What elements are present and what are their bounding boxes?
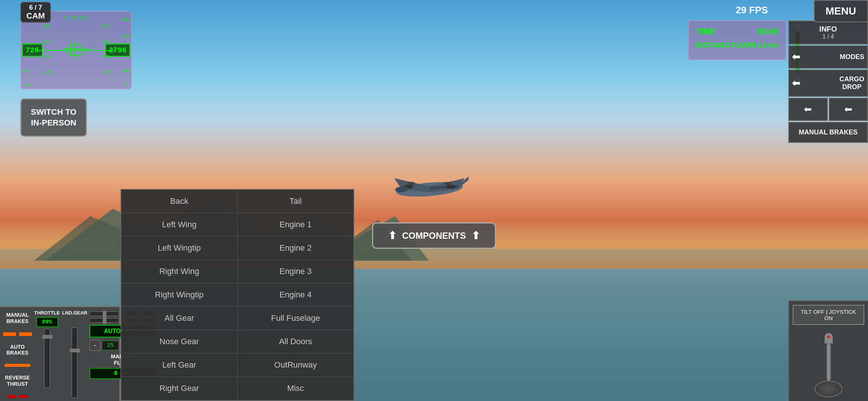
distance-row: DISTANCE FLOWN 1.2 km [696,42,778,49]
throttle-slider-track[interactable] [44,329,50,388]
hud-alt-1000: 1000 [121,69,130,74]
comp-row-7: Left Gear OutRunway [121,353,354,377]
comp-misc[interactable]: Misc [238,377,354,400]
components-label: COMPONENTS [402,231,466,241]
comp-all-doors[interactable]: All Doors [238,330,354,353]
auto-brakes-label: AUTO BRAKES [3,342,32,358]
distance-label: DISTANCE FLOWN [696,42,756,49]
h-slider-1[interactable] [89,312,119,316]
time-row: TIME 00:05 [696,27,778,36]
comp-full-fuselage[interactable]: Full Fuselage [238,307,354,330]
svg-rect-8 [446,185,456,189]
comp-row-0: Back Tail [121,190,354,213]
arrow-buttons-row: ⬅ ⬅ [788,98,868,121]
hud-heading-deg: 4 [65,83,67,87]
lnd-gear-slider-thumb [70,349,80,352]
cam-indicator[interactable]: 6 / 7 CAM [20,2,51,23]
manual-brakes-button[interactable]: MANUAL BRAKES [788,122,868,143]
comp-nose-gear[interactable]: Nose Gear [121,330,238,353]
comp-outrunway[interactable]: OutRunway [238,353,354,376]
hud-alt-2700: 2700 [121,35,130,39]
components-arrow-right-icon: ⬆ [471,229,480,242]
time-label: TIME [696,27,716,36]
hud-arrow-up: ↑ [75,70,78,77]
comp-engine4[interactable]: Engine 4 [238,283,354,306]
cargo-drop-button[interactable]: ⬅ CARGODROP [788,69,868,97]
comp-left-wing[interactable]: Left Wing [121,213,238,236]
components-button[interactable]: ⬆ COMPONENTS ⬆ [372,222,496,249]
arrow-right-button[interactable]: ⬅ [829,98,868,121]
hud-crosshair-v [75,41,76,59]
comp-left-wingtip[interactable]: Left Wingtip [121,237,238,260]
info-label: INFO [819,25,837,33]
orange-bar-left [3,332,16,336]
components-arrow-left-icon: ⬆ [388,229,397,242]
flap-num-display: 25 [102,341,119,350]
lnd-gear-slider-track[interactable] [72,327,78,398]
h-slider-1-thumb [103,311,106,317]
manual-brakes-label: MANUAL BRAKES [3,310,32,326]
cargo-drop-arrow-icon: ⬅ [792,78,800,89]
control-labels: MANUAL BRAKES AUTO BRAKES REVERSE THRUST [3,310,32,398]
comp-engine3[interactable]: Engine 3 [238,260,354,283]
minus-btn-left[interactable]: - [89,340,101,351]
info-panel: TIME 00:05 DISTANCE FLOWN 1.2 km [688,20,786,60]
joystick-top-cap [825,333,833,343]
orange-bar-right [19,332,32,336]
arrow-left-button[interactable]: ⬅ [788,98,828,121]
throttle-value-display: 89% [36,317,58,327]
time-value: 00:05 [757,27,778,36]
info-page: 1 / 4 [822,33,834,40]
cam-number: 6 / 7 [26,4,45,12]
throttle-slider-wrap: THROTTLE 89% [34,310,60,388]
hud-crosshair [67,44,85,56]
comp-right-wing[interactable]: Right Wing [121,260,238,283]
orange-bars-top [3,332,32,336]
center-sliders: THROTTLE 89% LND.GEAR [34,310,87,398]
red-indicators [3,395,32,398]
hud-units-m: m [125,83,127,87]
switch-to-in-person-button[interactable]: SWITCH TO IN-PERSON [20,98,87,137]
comp-row-8: Right Gear Misc [121,377,354,400]
cargo-drop-label: CARGODROP [839,75,864,91]
comp-row-1: Left Wing Engine 1 [121,213,354,237]
modes-label: MODES [840,53,864,61]
distance-value: 1.2 km [757,42,778,49]
modes-button[interactable]: ⬅ MODES [788,45,868,69]
components-menu: Back Tail Left Wing Engine 1 Left Wingti… [121,189,354,401]
throttle-slider-thumb [42,335,53,339]
hud-val-neg10: –10 [100,39,109,44]
comp-right-gear[interactable]: Right Gear [121,377,238,400]
h-slider-3[interactable] [89,318,119,323]
svg-rect-10 [444,182,452,185]
menu-button[interactable]: MENU [814,0,868,22]
switch-btn-line2: IN-PERSON [31,118,76,127]
comp-tail[interactable]: Tail [238,190,354,213]
hud-val-10: 10 [43,39,49,44]
comp-row-4: Right Wingtip Engine 4 [121,283,354,307]
comp-all-gear[interactable]: All Gear [121,307,238,330]
hud-spd-410: 410 [22,69,29,74]
hud-val-neg20b: –20 [43,69,52,75]
info-button[interactable]: INFO 1 / 4 [788,20,868,45]
h-slider-3-thumb [103,317,106,324]
red-bar-left [7,395,16,398]
cam-label: CAM [26,12,45,20]
switch-btn-line1: SWITCH TO [31,107,76,117]
comp-engine2[interactable]: Engine 2 [238,237,354,260]
throttle-label: THROTTLE [34,310,60,316]
joystick-base [815,381,842,397]
top-bar: 6 / 7 CAM 29 FPS MENU [0,0,868,22]
joystick-button [827,335,830,339]
hud-val-neg20: –20 [100,23,109,29]
airplane-view [365,152,494,226]
hud-units-ms: m/s [25,83,32,87]
right-side-buttons: INFO 1 / 4 ⬅ MODES ⬅ CARGODROP ⬅ ⬅ MANUA… [788,20,868,144]
comp-right-wingtip[interactable]: Right Wingtip [121,283,238,306]
comp-engine1[interactable]: Engine 1 [238,213,354,236]
comp-left-gear[interactable]: Left Gear [121,353,238,376]
joystick-panel: TILT OFF | JOYSTICK ON [788,300,868,401]
joystick-stick [826,343,831,381]
comp-row-6: Nose Gear All Doors [121,330,354,353]
comp-back[interactable]: Back [121,190,238,213]
